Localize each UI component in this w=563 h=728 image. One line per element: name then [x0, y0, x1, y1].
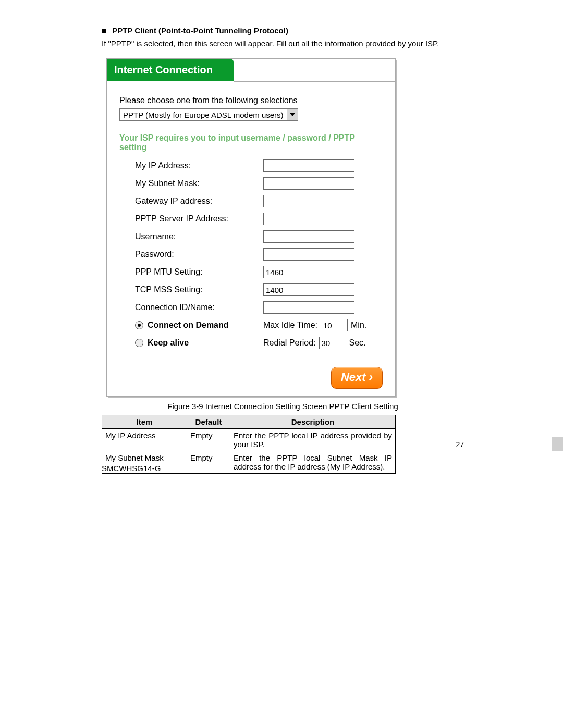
max-idle-input[interactable]: [321, 319, 348, 331]
password-input[interactable]: [263, 248, 354, 261]
table-cell: My IP Address: [102, 429, 187, 451]
page-number: 27: [456, 440, 464, 449]
table-cell: Enter the PPTP local IP address provided…: [230, 429, 396, 451]
footer-divider: [102, 458, 396, 458]
section-heading: PPTP Client (Point-to-Point Tunneling Pr…: [102, 26, 464, 35]
isp-note: Your ISP requires you to input username …: [119, 133, 383, 152]
password-label: Password:: [135, 250, 255, 259]
my-ip-label: My IP Address:: [135, 161, 255, 170]
select-value: PPTP (Mostly for Europe ADSL modem users…: [120, 109, 287, 120]
redial-period-input[interactable]: [319, 337, 346, 349]
table-header: Item: [102, 415, 187, 429]
conn-id-input[interactable]: [263, 301, 354, 314]
pptp-server-input[interactable]: [263, 213, 354, 225]
subnet-input[interactable]: [263, 177, 354, 190]
username-label: Username:: [135, 232, 255, 241]
table-cell: Empty: [187, 429, 230, 451]
table-row: My IP Address Empty Enter the PPTP local…: [102, 429, 396, 451]
next-button-label: Next: [341, 371, 366, 384]
internet-connection-panel: Internet Connection Please choose one fr…: [106, 58, 396, 397]
footer-model-id: SMCWHSG14-G: [102, 464, 161, 473]
conn-id-label: Connection ID/Name:: [135, 303, 255, 312]
my-ip-input[interactable]: [263, 159, 354, 172]
radio-icon: [135, 339, 143, 347]
panel-title: Internet Connection: [107, 59, 234, 81]
gateway-label: Gateway IP address:: [135, 196, 255, 206]
page-edge-marker: [552, 437, 563, 451]
redial-period-label: Redial Period:: [263, 338, 316, 348]
tcp-mss-input[interactable]: [263, 283, 354, 296]
max-idle-unit: Min.: [351, 320, 366, 330]
max-idle-label: Max Idle Time:: [263, 320, 317, 330]
radio-icon: [135, 321, 143, 329]
table-header: Description: [230, 415, 396, 429]
connect-on-demand-radio[interactable]: Connect on Demand: [135, 320, 255, 330]
table-header: Default: [187, 415, 230, 429]
bullet-icon: [102, 29, 106, 33]
connection-type-select[interactable]: PPTP (Mostly for Europe ADSL modem users…: [119, 108, 298, 121]
username-input[interactable]: [263, 230, 354, 243]
ppp-mtu-label: PPP MTU Setting:: [135, 267, 255, 277]
connect-on-demand-label: Connect on Demand: [148, 320, 229, 330]
keep-alive-radio[interactable]: Keep alive: [135, 338, 255, 348]
heading-text: PPTP Client (Point-to-Point Tunneling Pr…: [112, 26, 288, 35]
intro-text: If "PPTP" is selected, then this screen …: [102, 39, 464, 48]
table-cell: Enter the PPTP local Subnet Mask IP addr…: [230, 451, 396, 474]
keep-alive-label: Keep alive: [148, 338, 189, 348]
next-button[interactable]: Next ›: [331, 367, 383, 389]
redial-period-unit: Sec.: [349, 338, 366, 348]
figure-caption: Figure 3-9 Internet Connection Setting S…: [102, 402, 464, 411]
pptp-server-label: PPTP Server IP Address:: [135, 214, 255, 224]
select-prompt: Please choose one from the following sel…: [119, 96, 383, 105]
subnet-label: My Subnet Mask:: [135, 179, 255, 188]
tcp-mss-label: TCP MSS Setting:: [135, 285, 255, 294]
chevron-down-icon[interactable]: [287, 109, 298, 120]
ppp-mtu-input[interactable]: [263, 266, 354, 278]
chevron-right-icon: ›: [369, 371, 373, 384]
table-cell: Empty: [187, 451, 230, 474]
svg-marker-0: [290, 113, 295, 116]
gateway-input[interactable]: [263, 195, 354, 207]
